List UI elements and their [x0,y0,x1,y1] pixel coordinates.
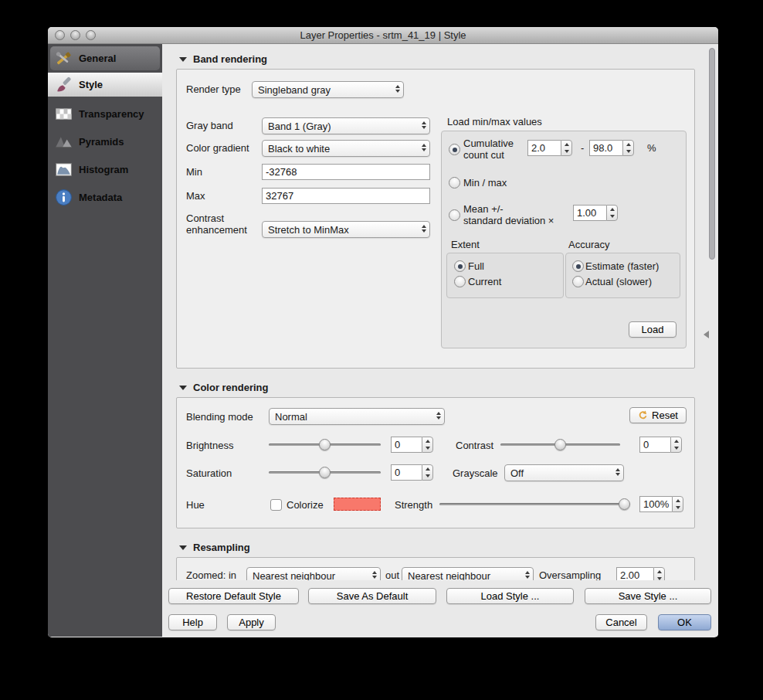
stddev-spinbox[interactable]: 1.00 [573,205,618,221]
mean-stddev-label: Mean +/- standard deviation × [463,203,554,226]
strength-spinbox[interactable]: 100% [639,496,683,512]
sidebar-item-metadata[interactable]: Metadata [48,185,162,209]
color-rendering-header[interactable]: Color rendering [179,382,269,393]
slider-thumb[interactable] [319,467,331,478]
extent-full-radio[interactable] [454,260,466,272]
dropdown-arrows-icon [525,571,530,579]
extent-current-radio[interactable] [454,276,466,287]
close-window-button[interactable] [55,30,65,40]
gray-band-dropdown[interactable]: Band 1 (Gray) [262,117,430,134]
extent-current-label: Current [468,276,501,287]
oversampling-spinbox[interactable]: 2.00 [616,567,665,580]
stepper-buttons[interactable] [606,205,618,221]
grayscale-dropdown[interactable]: Off [504,464,624,481]
sidebar-item-pyramids[interactable]: Pyramids [48,130,162,154]
dropdown-arrows-icon [395,85,400,93]
grayscale-label: Grayscale [453,467,498,479]
cumulative-count-cut-radio[interactable] [449,144,460,155]
zoomed-in-label: Zoomed: in [186,569,236,580]
sidebar-item-transparency[interactable]: Transparency [48,102,162,126]
brightness-spinbox[interactable]: 0 [391,437,433,453]
slider-thumb[interactable] [619,498,630,510]
zoomed-in-dropdown[interactable]: Nearest neighbour [246,567,381,580]
accuracy-actual-radio[interactable] [572,276,584,287]
resampling-header[interactable]: Resampling [179,542,250,553]
save-style-button[interactable]: Save Style ... [585,588,711,604]
minimize-window-button[interactable] [70,30,80,40]
dropdown-arrows-icon [372,571,377,579]
stepper-buttons[interactable] [670,437,682,453]
reset-button[interactable]: Reset [629,407,687,423]
apply-button[interactable]: Apply [227,614,276,630]
zoomed-out-dropdown[interactable]: Nearest neighbour [402,567,534,580]
render-type-dropdown[interactable]: Singleband gray [252,81,404,98]
saturation-spinbox[interactable]: 0 [391,464,433,481]
dropdown-arrows-icon [422,144,426,151]
sidebar-item-style[interactable]: Style [48,73,162,97]
style-scroll-area: Band rendering Render type Singleband gr… [162,44,718,580]
slider-thumb[interactable] [319,439,331,450]
collapse-triangle-icon[interactable] [179,386,187,390]
sidebar-item-general[interactable]: General [50,46,160,70]
sidebar-item-histogram[interactable]: Histogram [48,158,162,182]
section-title: Resampling [193,542,250,553]
restore-default-style-button[interactable]: Restore Default Style [168,588,299,604]
strength-slider[interactable] [439,498,630,510]
mean-stddev-radio[interactable] [449,209,460,221]
min-max-radio[interactable] [449,177,460,189]
strength-label: Strength [395,499,432,511]
scrollbar-thumb[interactable] [709,48,715,260]
properties-sidebar: General Style Transparency Pyramids Hist… [48,44,162,637]
stepper-buttons[interactable] [422,437,433,453]
max-input[interactable] [262,188,430,204]
min-max-label: Min / max [463,177,507,189]
section-title: Band rendering [193,53,267,65]
vertical-scrollbar[interactable] [708,46,716,577]
slider-thumb[interactable] [554,439,566,450]
brightness-slider[interactable] [269,439,381,450]
load-button[interactable]: Load [629,321,677,338]
color-gradient-value: Black to white [268,143,330,155]
ok-button[interactable]: OK [658,614,711,630]
collapse-triangle-icon[interactable] [179,545,187,550]
saturation-slider[interactable] [269,467,381,478]
contrast-slider[interactable] [500,439,620,450]
cumulative-max-spinbox[interactable]: 98.0 [589,140,634,156]
blending-mode-dropdown[interactable]: Normal [269,408,445,425]
window-titlebar[interactable]: Layer Properties - srtm_41_19 | Style [48,27,718,44]
accuracy-groupbox: Estimate (faster) Actual (slower) [565,253,680,298]
accuracy-estimate-radio[interactable] [572,260,584,272]
blending-mode-value: Normal [275,411,307,423]
contrast-spinbox[interactable]: 0 [639,437,682,453]
zoom-window-button[interactable] [86,30,96,40]
dropdown-arrows-icon [422,225,426,233]
save-as-default-button[interactable]: Save As Default [308,588,436,604]
band-rendering-header[interactable]: Band rendering [179,53,267,65]
contrast-enhancement-dropdown[interactable]: Stretch to MinMax [262,221,430,238]
min-input[interactable] [262,164,430,180]
cancel-button[interactable]: Cancel [595,614,647,630]
contrast-value: 0 [639,437,670,453]
stepper-buttons[interactable] [561,140,572,156]
colorize-checkbox[interactable] [270,499,282,511]
style-icon [54,75,73,94]
render-type-label: Render type [186,83,241,95]
collapse-triangle-icon[interactable] [179,57,187,62]
stepper-buttons[interactable] [653,567,665,580]
help-button[interactable]: Help [168,614,217,630]
stepper-buttons[interactable] [422,464,433,481]
dropdown-arrows-icon [422,121,426,129]
load-style-button[interactable]: Load Style ... [446,588,574,604]
stepper-buttons[interactable] [622,140,634,156]
panel-collapse-arrow-icon[interactable] [704,331,709,338]
min-label: Min [186,166,202,178]
color-gradient-dropdown[interactable]: Black to white [262,140,430,157]
stepper-buttons[interactable] [672,496,683,512]
zoomed-out-value: Nearest neighbour [408,570,490,581]
colorize-color-swatch[interactable] [334,498,381,511]
percent-label: % [647,142,656,154]
cumulative-min-value: 2.0 [527,140,561,156]
layer-properties-window: Layer Properties - srtm_41_19 | Style Ge… [48,27,718,637]
cumulative-min-spinbox[interactable]: 2.0 [527,140,572,156]
dialog-footer: Restore Default Style Save As Default Lo… [162,580,718,637]
